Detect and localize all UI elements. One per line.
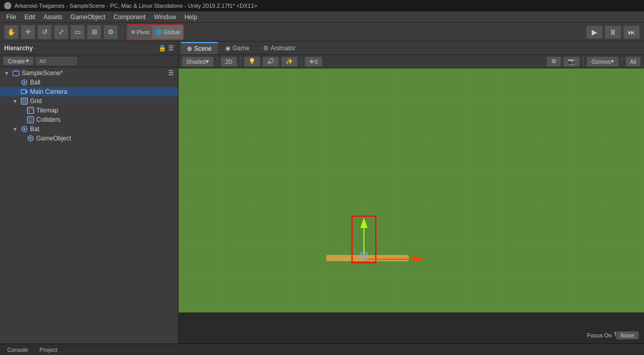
- pivot-button[interactable]: ⊕ Pivot: [128, 25, 152, 39]
- gizmos-label: Gizmos: [591, 59, 610, 65]
- sep: [622, 58, 622, 66]
- svg-rect-23: [179, 68, 644, 313]
- item-label: Ball: [30, 79, 40, 86]
- hierarchy-item-gameobject[interactable]: GameObject: [0, 134, 178, 143]
- 2d-toggle[interactable]: 2D: [221, 56, 237, 67]
- sep: [301, 58, 301, 66]
- gizmos-button[interactable]: Gizmos ▾: [587, 56, 618, 67]
- item-label: Colliders: [36, 116, 61, 123]
- hierarchy-header: Hierarchy 🔒 ☰: [0, 41, 178, 55]
- view-counter[interactable]: 👁 0: [304, 56, 323, 67]
- focus-on-label: Focus On: [587, 332, 612, 338]
- tab-animator[interactable]: ⚙ Animator: [257, 42, 302, 54]
- menu-edit[interactable]: Edit: [20, 12, 39, 22]
- item-label: Bat: [30, 125, 39, 133]
- tab-scene[interactable]: ⊕ Scene: [181, 42, 218, 54]
- menu-window[interactable]: Window: [150, 12, 180, 22]
- hierarchy-item-samplescene[interactable]: ▼ SampleScene* ☰: [0, 68, 178, 78]
- svg-rect-6: [21, 98, 27, 104]
- svg-point-20: [30, 137, 32, 139]
- global-button[interactable]: 🌐 Global: [152, 25, 183, 39]
- item-label: SampleScene*: [22, 69, 63, 77]
- all-button[interactable]: All: [625, 56, 641, 67]
- camera-button[interactable]: 📷: [563, 56, 580, 67]
- svg-marker-5: [26, 90, 27, 93]
- globe-icon: 🌐: [155, 29, 162, 35]
- title-text: Arkanoid-Twigames - SampleScene - PC, Ma…: [14, 3, 257, 9]
- hierarchy-lock-icon[interactable]: 🔒: [158, 45, 166, 52]
- hierarchy-toolbar: Create ▾: [0, 55, 178, 67]
- move-tool[interactable]: ✛: [21, 25, 35, 39]
- shading-dropdown[interactable]: Shaded ▾: [182, 56, 214, 67]
- menu-file[interactable]: File: [2, 12, 20, 22]
- svg-rect-11: [27, 107, 34, 113]
- transform-tool[interactable]: ⊞: [87, 25, 101, 39]
- svg-rect-13: [31, 108, 33, 110]
- hierarchy-item-main-camera[interactable]: Main Camera: [0, 87, 178, 96]
- hierarchy-panel: Hierarchy 🔒 ☰ Create ▾ ▼ SampleScene* ☰: [0, 41, 179, 344]
- hierarchy-item-tilemap[interactable]: Tilemap: [0, 106, 178, 115]
- sep: [240, 58, 241, 66]
- pause-button[interactable]: ⏸: [605, 25, 621, 39]
- scale-tool[interactable]: ⤢: [54, 25, 68, 39]
- fx-button[interactable]: ✨: [281, 56, 298, 67]
- scene-area: ⊕ Scene ◉ Game ⚙ Animator Shaded ▾ 2D 💡 …: [179, 41, 644, 344]
- menu-assets[interactable]: Assets: [39, 12, 66, 22]
- shading-label: Shaded: [186, 59, 206, 65]
- hierarchy-search[interactable]: [36, 57, 77, 65]
- tab-console[interactable]: Console: [2, 346, 33, 354]
- svg-rect-12: [28, 108, 30, 110]
- menu-component[interactable]: Component: [109, 12, 150, 22]
- create-arrow-icon: ▾: [26, 58, 29, 64]
- scene-viewport[interactable]: [179, 68, 644, 313]
- hierarchy-item-ball[interactable]: Ball: [0, 78, 178, 87]
- sep-1: [122, 26, 123, 38]
- item-label: Tilemap: [36, 107, 58, 114]
- rotate-tool[interactable]: ↺: [37, 25, 52, 39]
- hierarchy-item-grid[interactable]: ▼ Grid: [0, 96, 178, 106]
- game-tab-label: Game: [232, 45, 250, 52]
- tilemap-object-icon: [27, 107, 34, 114]
- camera-object-icon: [21, 88, 28, 95]
- hierarchy-menu-icon[interactable]: ☰: [168, 45, 174, 52]
- arrow-icon: ▼: [12, 126, 19, 132]
- settings-button[interactable]: ⚙: [547, 56, 561, 67]
- grid-object-icon: [21, 97, 28, 105]
- custom-tool[interactable]: ⚙: [104, 25, 118, 39]
- rect-tool[interactable]: ▭: [70, 25, 85, 39]
- svg-point-31: [363, 255, 365, 257]
- item-label: GameObject: [36, 135, 71, 142]
- arrow-icon: ▼: [12, 98, 19, 104]
- hand-tool[interactable]: ✋: [4, 25, 19, 39]
- svg-rect-0: [13, 71, 19, 76]
- ball-object-icon: [21, 79, 28, 86]
- step-button[interactable]: ⏭: [623, 25, 640, 39]
- play-button[interactable]: ▶: [586, 25, 603, 39]
- animator-tab-icon: ⚙: [263, 45, 269, 52]
- svg-rect-14: [28, 111, 30, 112]
- lighting-button[interactable]: 💡: [244, 56, 260, 67]
- scene-tabs: ⊕ Scene ◉ Game ⚙ Animator: [179, 41, 644, 55]
- title-bar: Arkanoid-Twigames - SampleScene - PC, Ma…: [0, 0, 644, 11]
- tab-project[interactable]: Project: [34, 346, 62, 354]
- item-label: Main Camera: [30, 88, 67, 95]
- unity-icon: [4, 2, 11, 9]
- hierarchy-item-bat[interactable]: ▼ Bat: [0, 124, 178, 134]
- scene-tab-icon: ⊕: [187, 45, 192, 52]
- sep: [583, 58, 583, 66]
- item-menu-icon[interactable]: ☰: [168, 69, 174, 77]
- item-label: Grid: [30, 97, 42, 105]
- menu-bar: File Edit Assets GameObject Component Wi…: [0, 11, 644, 23]
- tab-game[interactable]: ◉ Game: [219, 42, 256, 54]
- audio-button[interactable]: 🔊: [262, 56, 279, 67]
- svg-rect-4: [21, 90, 26, 94]
- animator-tab-label: Animator: [271, 45, 296, 52]
- create-button[interactable]: Create ▾: [3, 56, 34, 65]
- pivot-global-group: ⊕ Pivot 🌐 Global: [127, 24, 184, 40]
- menu-gameobject[interactable]: GameObject: [66, 12, 109, 22]
- svg-rect-24: [326, 255, 409, 261]
- menu-help[interactable]: Help: [180, 12, 201, 22]
- focus-none-button[interactable]: None: [616, 331, 639, 339]
- hierarchy-title: Hierarchy: [4, 45, 33, 52]
- hierarchy-item-colliders[interactable]: Colliders: [0, 115, 178, 124]
